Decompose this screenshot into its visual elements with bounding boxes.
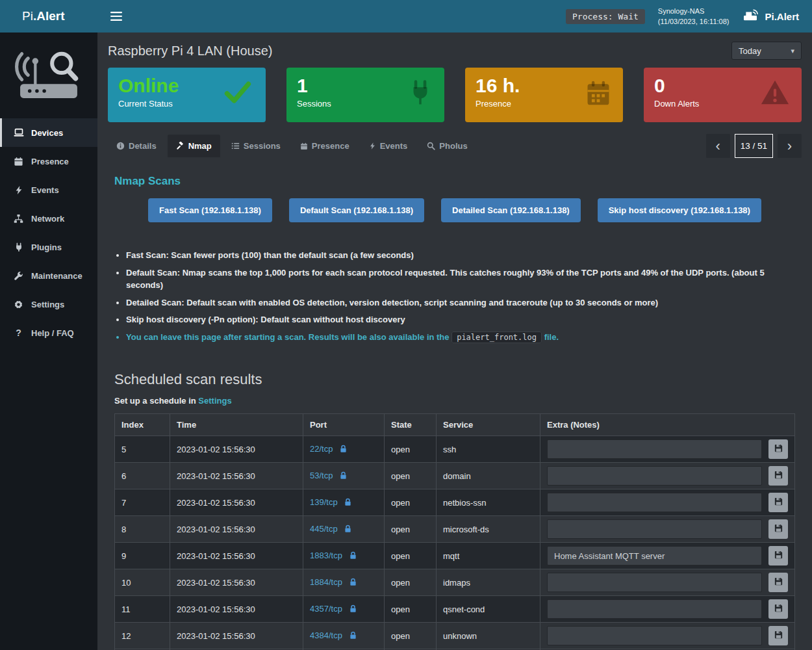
save-note-button[interactable]: [768, 493, 788, 512]
search-icon: [427, 142, 435, 150]
lock-icon: [349, 578, 357, 588]
cell-state: open: [385, 463, 437, 489]
fast-scan-button[interactable]: Fast Scan (192.168.1.138): [148, 198, 272, 222]
cell-port: 4357/tcp: [303, 596, 385, 623]
sidebar-item-settings[interactable]: Settings: [0, 290, 97, 318]
port-link[interactable]: 445/tcp: [310, 524, 338, 534]
port-link[interactable]: 1883/tcp: [310, 551, 342, 560]
note-wrap: [547, 439, 788, 459]
device-scanner-icon: [742, 9, 759, 24]
card-current-status: Online Current Status: [108, 68, 266, 122]
menu-toggle-icon[interactable]: [110, 12, 122, 21]
port-link[interactable]: 4384/tcp: [310, 630, 342, 640]
cell-state: open: [385, 596, 437, 623]
cell-notes: [540, 596, 795, 623]
save-note-button[interactable]: [768, 519, 788, 539]
table-row: 5 2023-01-02 15:56:30 22/tcp open ssh: [115, 436, 795, 463]
note-input[interactable]: [547, 466, 762, 486]
save-note-button[interactable]: [768, 573, 788, 592]
sidebar-item-label: Presence: [31, 157, 69, 166]
page-title: Raspberry Pi 4 LAN (House): [108, 44, 272, 58]
sidebar-item-help[interactable]: ? Help / FAQ: [0, 318, 97, 347]
table-row: 7 2023-01-02 15:56:30 139/tcp open netbi…: [115, 489, 795, 516]
port-link[interactable]: 4357/tcp: [310, 604, 342, 614]
save-note-button[interactable]: [768, 599, 788, 619]
brand-text-bold: .Alert: [33, 9, 65, 23]
note-input[interactable]: [547, 573, 762, 592]
prev-device-button[interactable]: ‹: [706, 134, 730, 158]
question-icon: ?: [13, 328, 24, 338]
port-link[interactable]: 1884/tcp: [310, 577, 342, 587]
nas-name: Synology-NAS: [658, 6, 730, 17]
note-wrap: [547, 573, 788, 592]
topbar-right: Process: Wait Synology-NAS (11/03/2023, …: [566, 6, 799, 27]
save-note-button[interactable]: [768, 466, 788, 486]
port-link[interactable]: 22/tcp: [310, 444, 333, 454]
sidebar-item-presence[interactable]: Presence: [0, 147, 97, 176]
scan-description-item: Skip host discovery (-Pn option): Defaul…: [126, 314, 795, 326]
note-wrap: [547, 519, 788, 539]
period-select[interactable]: Today ▾: [731, 42, 802, 60]
cell-index: 7: [115, 489, 170, 516]
sidebar-item-label: Settings: [31, 300, 64, 309]
default-scan-button[interactable]: Default Scan (192.168.1.138): [289, 198, 424, 222]
note-wrap: [547, 599, 788, 619]
tab-events[interactable]: Events: [361, 135, 416, 157]
note-wrap: [547, 466, 788, 486]
nmap-section-title: Nmap Scans: [114, 175, 795, 188]
settings-link[interactable]: Settings: [198, 396, 231, 406]
save-note-button[interactable]: [768, 626, 788, 645]
cell-state: open: [385, 623, 437, 649]
tab-details[interactable]: Details: [108, 135, 165, 157]
card-sessions: 1 Sessions: [286, 68, 444, 122]
table-row: 11 2023-01-02 15:56:30 4357/tcp open qsn…: [115, 596, 795, 623]
cell-index: 6: [115, 463, 170, 489]
scan-description-item: Detailed Scan: Default scan with enabled…: [126, 297, 795, 309]
detailed-scan-button[interactable]: Detailed Scan (192.168.1.138): [441, 198, 581, 222]
save-note-button[interactable]: [768, 546, 788, 566]
cell-index: 10: [115, 569, 170, 596]
sidebar-item-maintenance[interactable]: Maintenance: [0, 261, 97, 290]
lock-icon: [349, 551, 357, 562]
sidebar-item-plugins[interactable]: Plugins: [0, 233, 97, 261]
tab-pholus[interactable]: Pholus: [418, 135, 476, 157]
tab-sessions[interactable]: Sessions: [223, 135, 289, 157]
cell-notes: [540, 569, 795, 596]
process-status-badge[interactable]: Process: Wait: [566, 9, 645, 24]
tab-nmap[interactable]: Nmap: [168, 135, 220, 157]
note-input[interactable]: [547, 626, 762, 645]
save-note-button[interactable]: [768, 439, 788, 459]
cell-service: idmaps: [437, 569, 540, 596]
note-input[interactable]: [547, 439, 762, 459]
sidebar: Devices Presence Events: [0, 32, 97, 650]
sidebar-item-events[interactable]: Events: [0, 176, 97, 204]
port-link[interactable]: 53/tcp: [310, 471, 333, 480]
column-header: Service: [437, 414, 540, 436]
cell-time: 2023-01-02 15:56:30: [170, 569, 303, 596]
cell-state: open: [385, 489, 437, 516]
note-input[interactable]: [547, 519, 762, 539]
skip-host-discovery-button[interactable]: Skip host discovery (192.168.1.138): [598, 198, 761, 222]
next-device-button[interactable]: ›: [778, 134, 802, 158]
sidebar-item-label: Network: [31, 214, 64, 224]
card-down-alerts: 0 Down Alerts: [644, 68, 802, 122]
cell-index: 9: [115, 543, 170, 569]
note-input[interactable]: [547, 599, 762, 619]
sidebar-item-devices[interactable]: Devices: [0, 118, 97, 147]
note-input[interactable]: [547, 493, 762, 512]
calendar-icon: [13, 157, 24, 166]
wrench-icon: [13, 271, 24, 281]
cell-index: 11: [115, 596, 170, 623]
sidebar-nav: Devices Presence Events: [0, 118, 97, 347]
table-row: 12 2023-01-02 15:56:30 4384/tcp open unk…: [115, 623, 795, 649]
cell-notes: [540, 516, 795, 543]
port-link[interactable]: 139/tcp: [310, 497, 338, 507]
sidebar-item-network[interactable]: Network: [0, 204, 97, 233]
schedule-hint-text: Set up a schedule in: [114, 396, 196, 406]
tab-presence[interactable]: Presence: [292, 135, 358, 157]
column-header: Index: [115, 414, 170, 436]
lock-icon: [349, 631, 357, 642]
note-input[interactable]: [547, 546, 762, 566]
tabs: Details Nmap Sessions: [108, 135, 476, 157]
sidebar-logo: [0, 32, 97, 118]
